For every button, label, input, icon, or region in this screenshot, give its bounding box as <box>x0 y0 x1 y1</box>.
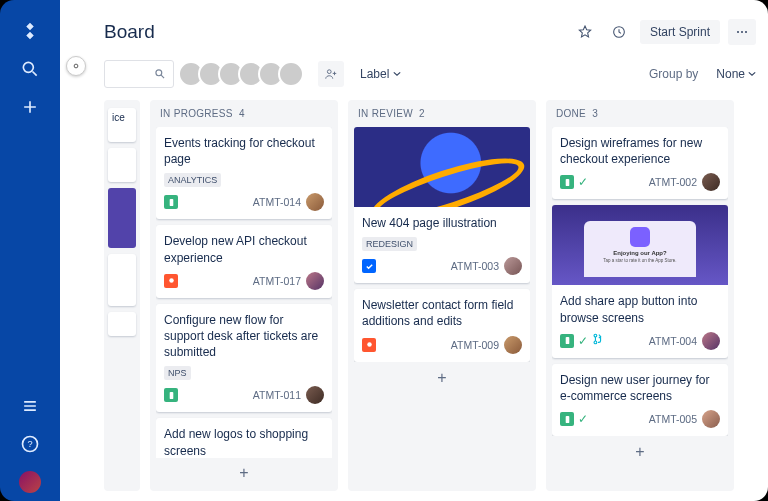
search-icon[interactable] <box>19 58 41 80</box>
card-title[interactable]: Configure new flow for support desk afte… <box>164 312 324 361</box>
card-title[interactable]: Develop new API checkout experience <box>164 233 324 265</box>
svg-line-1 <box>33 72 37 76</box>
add-card-button[interactable]: + <box>552 440 728 464</box>
card-stub[interactable]: ice <box>108 108 136 142</box>
column-done: DONE 3 Design wireframes for new checkou… <box>546 100 734 491</box>
rocket-icon <box>630 227 650 247</box>
card-title[interactable]: Add new logos to shopping screens <box>164 426 324 458</box>
start-sprint-button[interactable]: Start Sprint <box>640 20 720 44</box>
issue-type-story-icon <box>560 175 574 189</box>
svg-rect-27 <box>565 416 569 423</box>
issue-type-story-icon <box>164 195 178 209</box>
issue-key[interactable]: ATMT-014 <box>253 196 301 208</box>
done-check-icon: ✓ <box>578 412 588 426</box>
column-header[interactable]: IN PROGRESS 4 <box>156 108 332 127</box>
assignee-filter[interactable] <box>184 61 304 87</box>
issue-key[interactable]: ATMT-011 <box>253 389 301 401</box>
groupby-label: Group by <box>649 67 698 81</box>
svg-rect-21 <box>169 392 173 399</box>
card[interactable]: Design wireframes for new checkout exper… <box>552 127 728 199</box>
issue-type-story-icon <box>560 334 574 348</box>
assignee-avatar[interactable] <box>702 410 720 428</box>
product-logo-icon[interactable] <box>19 20 41 42</box>
card-title[interactable]: Add share app button into browse screens <box>560 293 720 325</box>
search-input[interactable] <box>104 60 174 88</box>
search-icon <box>153 67 167 81</box>
card[interactable]: Newsletter contact form field additions … <box>354 289 530 361</box>
profile-avatar[interactable] <box>19 471 41 493</box>
issue-key[interactable]: ATMT-003 <box>451 260 499 272</box>
add-card-button[interactable]: + <box>156 462 332 483</box>
svg-rect-23 <box>565 179 569 186</box>
svg-point-16 <box>327 70 331 74</box>
card-label[interactable]: NPS <box>164 366 191 380</box>
chevron-down-icon <box>393 71 401 77</box>
svg-rect-19 <box>169 199 173 206</box>
card-stub[interactable] <box>108 254 136 306</box>
pull-request-icon[interactable] <box>592 333 604 348</box>
global-nav: ? <box>0 0 60 501</box>
recent-icon[interactable] <box>606 19 632 45</box>
add-card-button[interactable]: + <box>354 366 530 390</box>
issue-type-bug-icon <box>362 338 376 352</box>
page-title: Board <box>104 21 572 43</box>
label-filter[interactable]: Label <box>360 67 401 81</box>
card[interactable]: Enjoying our App? Tap a star to rate it … <box>552 205 728 357</box>
column-header[interactable]: DONE 3 <box>552 108 728 127</box>
sidebar-toggle-icon[interactable] <box>66 56 86 76</box>
card-stub[interactable] <box>108 312 136 336</box>
card-title[interactable]: Events tracking for checkout page <box>164 135 324 167</box>
main-content: Board Start Sprint <box>60 0 768 501</box>
column-name: IN PROGRESS <box>160 108 233 119</box>
column-name: DONE <box>556 108 586 119</box>
menu-icon[interactable] <box>19 395 41 417</box>
svg-point-0 <box>23 62 33 72</box>
card-cover-stub[interactable] <box>108 188 136 248</box>
svg-point-13 <box>745 31 747 33</box>
cover-subtitle: Tap a star to rate it on the App Store. <box>603 258 676 263</box>
assignee-avatar[interactable] <box>702 332 720 350</box>
groupby-value: None <box>716 67 745 81</box>
svg-line-15 <box>161 75 164 78</box>
issue-key[interactable]: ATMT-004 <box>649 335 697 347</box>
card-label[interactable]: ANALYTICS <box>164 173 221 187</box>
assignee-avatar[interactable] <box>306 272 324 290</box>
issue-type-story-icon <box>560 412 574 426</box>
svg-point-22 <box>367 342 372 347</box>
more-actions-button[interactable] <box>728 19 756 45</box>
issue-key[interactable]: ATMT-017 <box>253 275 301 287</box>
card[interactable]: Design new user journey for e-commerce s… <box>552 364 728 436</box>
issue-key[interactable]: ATMT-002 <box>649 176 697 188</box>
card-title[interactable]: New 404 page illustration <box>362 215 522 231</box>
card-title[interactable]: Newsletter contact form field additions … <box>362 297 522 329</box>
label-filter-text: Label <box>360 67 389 81</box>
assignee-avatar[interactable] <box>306 193 324 211</box>
card-title[interactable]: Design new user journey for e-commerce s… <box>560 372 720 404</box>
issue-key[interactable]: ATMT-005 <box>649 413 697 425</box>
card[interactable]: Develop new API checkout experience ATMT… <box>156 225 332 297</box>
add-people-icon[interactable] <box>318 61 344 87</box>
card[interactable]: New 404 page illustration REDESIGN ATMT-… <box>354 127 530 283</box>
card-title[interactable]: Design wireframes for new checkout exper… <box>560 135 720 167</box>
assignee-avatar[interactable] <box>702 173 720 191</box>
card[interactable]: Events tracking for checkout page ANALYT… <box>156 127 332 219</box>
column-in-progress: IN PROGRESS 4 Events tracking for checko… <box>150 100 338 491</box>
column-name: IN REVIEW <box>358 108 413 119</box>
groupby-select[interactable]: None <box>716 67 756 81</box>
create-icon[interactable] <box>19 96 41 118</box>
issue-key[interactable]: ATMT-009 <box>451 339 499 351</box>
column-header[interactable]: IN REVIEW 2 <box>354 108 530 127</box>
star-icon[interactable] <box>572 19 598 45</box>
avatar[interactable] <box>278 61 304 87</box>
svg-point-26 <box>594 341 597 344</box>
card[interactable]: Add new logos to shopping screens REDESI… <box>156 418 332 458</box>
help-icon[interactable]: ? <box>19 433 41 455</box>
card[interactable]: Configure new flow for support desk afte… <box>156 304 332 413</box>
assignee-avatar[interactable] <box>504 336 522 354</box>
card-label[interactable]: REDESIGN <box>362 237 417 251</box>
assignee-avatar[interactable] <box>306 386 324 404</box>
column-in-review: IN REVIEW 2 New 404 page illustration RE… <box>348 100 536 491</box>
svg-text:?: ? <box>27 439 32 449</box>
card-stub[interactable] <box>108 148 136 182</box>
assignee-avatar[interactable] <box>504 257 522 275</box>
